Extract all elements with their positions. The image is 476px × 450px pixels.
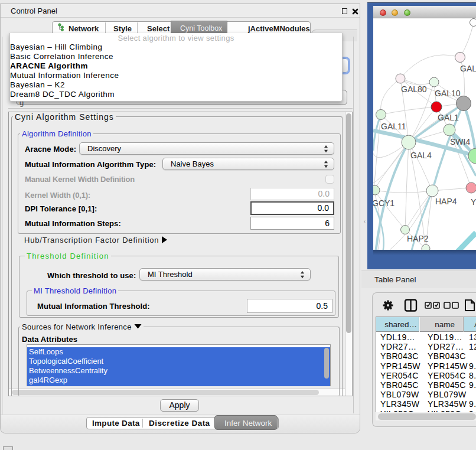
svg-text:Y: Y <box>471 197 476 207</box>
svg-text:GAL4: GAL4 <box>410 151 432 160</box>
svg-text:HAP2: HAP2 <box>407 234 429 243</box>
svg-text:SWI4: SWI4 <box>450 137 470 146</box>
svg-text:GAL2: GAL2 <box>460 64 476 73</box>
svg-text:GAL80: GAL80 <box>401 84 427 94</box>
svg-text:GCY1: GCY1 <box>373 198 395 208</box>
svg-text:GAL1: GAL1 <box>438 113 459 122</box>
svg-text:HAP4: HAP4 <box>435 197 457 206</box>
svg-text:GAL10: GAL10 <box>435 89 461 98</box>
svg-text:GAL11: GAL11 <box>381 122 406 131</box>
